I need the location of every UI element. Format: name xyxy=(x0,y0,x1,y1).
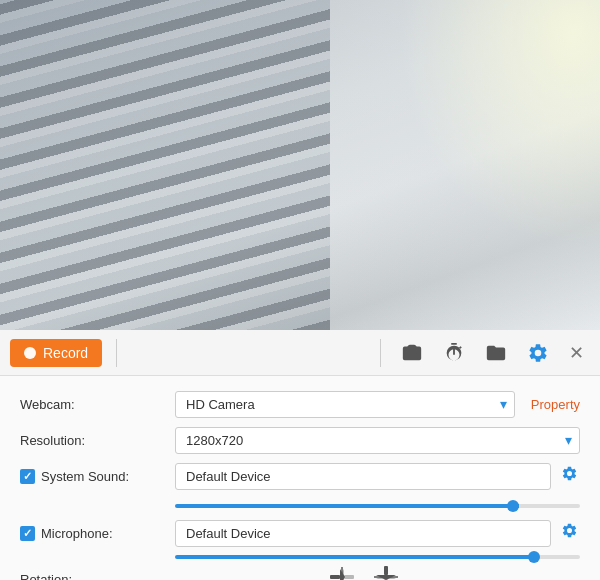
system-sound-volume-slider[interactable] xyxy=(175,504,580,508)
microphone-gear-icon xyxy=(561,522,578,539)
toolbar-divider xyxy=(116,339,117,367)
webcam-select[interactable]: HD Camera USB Camera Built-in Camera xyxy=(175,391,515,418)
svg-rect-5 xyxy=(384,566,388,575)
toolbar: Record ✕ xyxy=(0,330,600,376)
microphone-control xyxy=(175,520,580,547)
system-sound-device-input[interactable] xyxy=(175,463,551,490)
snapshot-button[interactable] xyxy=(395,338,429,368)
settings-panel: Webcam: HD Camera USB Camera Built-in Ca… xyxy=(0,376,600,580)
snapshot-icon xyxy=(401,342,423,364)
folder-icon xyxy=(485,342,507,364)
close-icon: ✕ xyxy=(569,342,584,364)
timer-button[interactable] xyxy=(437,338,471,368)
webcam-row: Webcam: HD Camera USB Camera Built-in Ca… xyxy=(20,390,580,418)
rotation-label: Rotation: xyxy=(20,572,175,581)
record-button[interactable]: Record xyxy=(10,339,102,367)
microphone-label: Microphone: xyxy=(20,526,175,541)
webcam-label: Webcam: xyxy=(20,397,175,412)
webcam-control: HD Camera USB Camera Built-in Camera ▾ P… xyxy=(175,391,580,418)
resolution-control: 1280x720 1920x1080 640x480 320x240 ▾ xyxy=(175,427,580,454)
svg-rect-0 xyxy=(330,575,340,579)
folder-button[interactable] xyxy=(479,338,513,368)
svg-rect-2 xyxy=(344,575,354,579)
flip-horizontal-button[interactable] xyxy=(330,567,354,581)
flip-vertical-icon xyxy=(374,566,398,581)
system-sound-volume-row: Volume: xyxy=(20,498,580,513)
timer-icon xyxy=(443,342,465,364)
flip-horizontal-icon xyxy=(330,567,354,581)
microphone-volume-thumb xyxy=(528,551,540,563)
rotation-row: Rotation: xyxy=(20,565,580,580)
settings-gear-icon xyxy=(527,342,549,364)
microphone-settings-button[interactable] xyxy=(559,520,580,546)
camera-preview xyxy=(0,0,600,330)
settings-button[interactable] xyxy=(521,338,555,368)
close-button[interactable]: ✕ xyxy=(563,338,590,368)
system-sound-control xyxy=(175,463,580,490)
microphone-checkbox[interactable] xyxy=(20,526,35,541)
record-label: Record xyxy=(43,345,88,361)
system-sound-label: System Sound: xyxy=(20,469,175,484)
toolbar-divider2 xyxy=(380,339,381,367)
microphone-row: Microphone: xyxy=(20,519,580,547)
system-sound-checkbox[interactable] xyxy=(20,469,35,484)
system-sound-gear-icon xyxy=(561,465,578,482)
resolution-row: Resolution: 1280x720 1920x1080 640x480 3… xyxy=(20,426,580,454)
webcam-select-wrapper: HD Camera USB Camera Built-in Camera ▾ xyxy=(175,391,515,418)
flip-vertical-button[interactable] xyxy=(374,566,398,581)
resolution-select[interactable]: 1280x720 1920x1080 640x480 320x240 xyxy=(175,427,580,454)
system-sound-row: System Sound: xyxy=(20,462,580,490)
system-sound-volume-thumb xyxy=(507,500,519,512)
rotation-controls xyxy=(330,566,398,581)
resolution-select-wrapper: 1280x720 1920x1080 640x480 320x240 ▾ xyxy=(175,427,580,454)
microphone-volume-slider[interactable] xyxy=(175,555,580,559)
microphone-device-input[interactable] xyxy=(175,520,551,547)
resolution-label: Resolution: xyxy=(20,433,175,448)
record-dot-icon xyxy=(24,347,36,359)
property-link[interactable]: Property xyxy=(531,397,580,412)
microphone-volume-row xyxy=(20,555,580,559)
system-sound-settings-button[interactable] xyxy=(559,463,580,489)
